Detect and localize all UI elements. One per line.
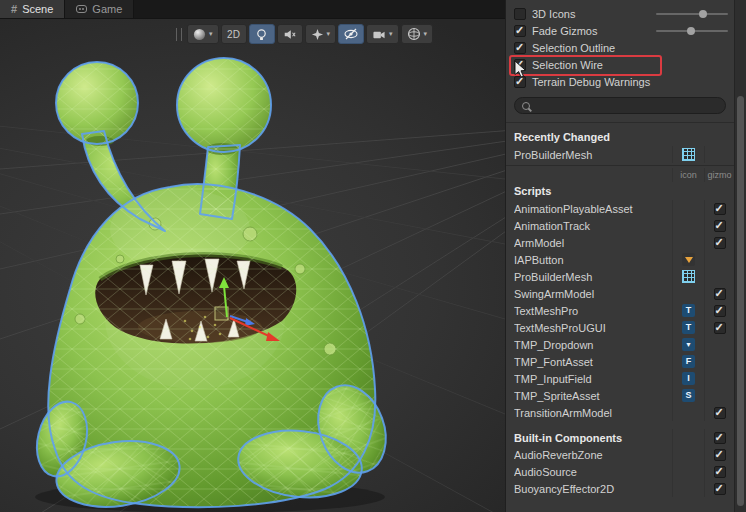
builtin-header-row[interactable]: Built-in Components <box>506 429 734 446</box>
option-terrain-debug-warnings[interactable]: Terrain Debug Warnings <box>506 73 734 90</box>
script-row[interactable]: ProBuilderMesh <box>506 268 734 285</box>
panel-scrollbar[interactable] <box>734 0 746 512</box>
gizmo-checkbox[interactable] <box>714 203 726 215</box>
icon-column <box>672 217 704 234</box>
fade-gizmos-checkbox[interactable] <box>514 25 526 37</box>
3d-icons-size-slider[interactable] <box>656 13 728 15</box>
2d-toggle-button[interactable]: 2D <box>221 24 247 44</box>
script-row[interactable]: TMP_Dropdown ▼ <box>506 336 734 353</box>
option-label: Selection Wire <box>532 59 603 71</box>
script-row[interactable]: TextMeshPro T <box>506 302 734 319</box>
gizmo-checkbox[interactable] <box>714 449 726 461</box>
gizmo-column <box>704 463 734 480</box>
textmeshpro-icon[interactable]: T <box>682 304 695 317</box>
chevron-down-icon: ▾ <box>209 30 213 38</box>
option-label: Selection Outline <box>532 42 615 54</box>
gizmo-column <box>704 302 734 319</box>
gizmo-checkbox[interactable] <box>714 305 726 317</box>
icon-column: T <box>672 302 704 319</box>
script-row[interactable]: AnimationPlayableAsset <box>506 200 734 217</box>
iapbutton-icon[interactable] <box>682 253 695 266</box>
lighting-toggle-button[interactable] <box>249 24 275 44</box>
gizmos-globe-icon <box>407 27 421 41</box>
gizmo-column <box>704 353 734 370</box>
gizmo-column <box>704 217 734 234</box>
script-row[interactable]: TextMeshProUGUI T <box>506 319 734 336</box>
slider-knob[interactable] <box>687 27 695 35</box>
icon-column <box>672 251 704 268</box>
scene-visibility-toggle[interactable] <box>338 24 364 44</box>
icon-column: S <box>672 387 704 404</box>
gizmo-column <box>704 285 734 302</box>
terrain-debug-checkbox[interactable] <box>514 76 526 88</box>
option-label: Terrain Debug Warnings <box>532 76 650 88</box>
gizmos-panel: 3D Icons Fade Gizmos Selection Outline S… <box>505 0 746 512</box>
tab-game[interactable]: Game <box>65 0 134 18</box>
2d-label: 2D <box>227 29 240 40</box>
scene-toolbar: ▾ 2D ▾ <box>176 23 433 45</box>
camera-dropdown-button[interactable]: ▾ <box>366 24 399 44</box>
script-row[interactable]: TMP_SpriteAsset S <box>506 387 734 404</box>
gizmo-checkbox[interactable] <box>714 220 726 232</box>
gizmo-column <box>704 234 734 251</box>
selection-outline-checkbox[interactable] <box>514 42 526 54</box>
effects-dropdown-button[interactable]: ▾ <box>305 24 337 44</box>
script-row[interactable]: TransitionArmModel <box>506 404 734 421</box>
gizmo-checkbox[interactable] <box>714 288 726 300</box>
gizmo-checkbox[interactable] <box>714 407 726 419</box>
view-tabbar: Scene Game <box>0 0 505 19</box>
scene-viewport[interactable]: ▾ 2D ▾ <box>0 19 505 512</box>
option-fade-gizmos[interactable]: Fade Gizmos <box>506 22 734 39</box>
script-row[interactable]: ArmModel <box>506 234 734 251</box>
scrollbar-thumb[interactable] <box>737 96 744 506</box>
script-row[interactable]: IAPButton <box>506 251 734 268</box>
gizmo-checkbox[interactable] <box>714 322 726 334</box>
builtin-row[interactable]: BuoyancyEffector2D <box>506 480 734 497</box>
script-row[interactable]: TMP_FontAsset F <box>506 353 734 370</box>
selection-wire-checkbox[interactable] <box>514 59 526 71</box>
probuilder-grid-icon[interactable] <box>682 270 695 283</box>
gizmo-column <box>704 446 734 463</box>
gizmos-dropdown-button[interactable]: ▾ <box>401 24 434 44</box>
search-box[interactable] <box>514 97 726 114</box>
gizmo-column <box>704 268 734 285</box>
tmp-spriteasset-icon[interactable]: S <box>682 389 695 402</box>
tmp-inputfield-icon[interactable]: I <box>682 372 695 385</box>
textmeshpro-ugui-icon[interactable]: T <box>682 321 695 334</box>
probuilder-grid-icon[interactable] <box>682 148 695 161</box>
audio-toggle-button[interactable] <box>277 24 303 44</box>
icon-column <box>672 234 704 251</box>
gizmo-options: 3D Icons Fade Gizmos Selection Outline S… <box>506 0 734 90</box>
recently-changed-row[interactable]: ProBuilderMesh <box>506 146 734 163</box>
fade-gizmos-slider[interactable] <box>656 30 728 32</box>
icon-column <box>672 146 704 163</box>
monster-model[interactable] <box>30 58 398 512</box>
option-selection-outline[interactable]: Selection Outline <box>506 39 734 56</box>
builtin-row[interactable]: AudioReverbZone <box>506 446 734 463</box>
script-row[interactable]: SwingArmModel <box>506 285 734 302</box>
script-row[interactable]: TMP_InputField I <box>506 370 734 387</box>
gizmo-checkbox[interactable] <box>714 237 726 249</box>
gizmo-column <box>704 429 734 446</box>
slider-knob[interactable] <box>699 10 707 18</box>
option-selection-wire[interactable]: Selection Wire <box>506 56 734 73</box>
gizmo-column <box>704 319 734 336</box>
3d-icons-checkbox[interactable] <box>514 8 526 20</box>
option-3d-icons[interactable]: 3D Icons <box>506 5 734 22</box>
builtin-row[interactable]: AudioSource <box>506 463 734 480</box>
row-label: TextMeshPro <box>514 305 672 317</box>
gizmos-search-input[interactable] <box>535 100 718 112</box>
script-row[interactable]: AnimationTrack <box>506 217 734 234</box>
gizmo-checkbox[interactable] <box>714 483 726 495</box>
gizmo-checkbox[interactable] <box>714 466 726 478</box>
render-mode-dropdown[interactable]: ▾ <box>187 24 219 44</box>
row-label: TMP_Dropdown <box>514 339 672 351</box>
tab-scene[interactable]: Scene <box>0 0 65 18</box>
scene-canvas <box>0 19 505 512</box>
toolbar-drag-handle[interactable] <box>176 28 182 41</box>
tmp-fontasset-icon[interactable]: F <box>682 355 695 368</box>
builtin-header: Built-in Components <box>514 432 672 444</box>
builtin-all-checkbox[interactable] <box>714 432 726 444</box>
tmp-dropdown-icon[interactable]: ▼ <box>682 338 695 351</box>
row-label: ProBuilderMesh <box>514 271 672 283</box>
